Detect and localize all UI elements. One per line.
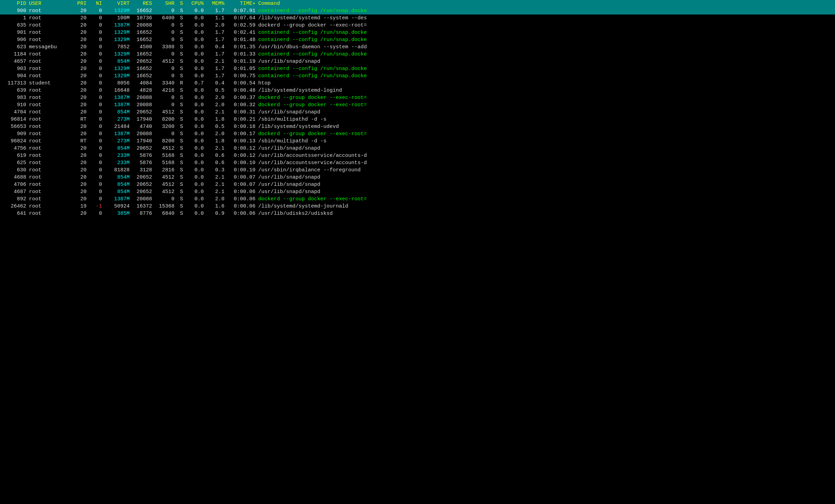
cell-pid: 901: [0, 29, 28, 36]
cell-user: root: [28, 210, 69, 217]
cell-command: /usr/lib/udisks2/udisksd: [257, 210, 835, 217]
col-ni: NI: [88, 0, 103, 7]
cell-time: 0:07.91: [226, 7, 257, 14]
cell-s: S: [176, 130, 184, 138]
cell-pid: 96824: [0, 138, 28, 145]
cell-pri: 20: [69, 174, 88, 181]
cell-shr: 4512: [153, 58, 176, 65]
cell-command: containerd --config /run/snap.docke: [257, 7, 835, 14]
cell-pid: 96814: [0, 116, 28, 123]
cell-shr: 0: [153, 29, 176, 36]
cell-user: root: [28, 36, 69, 43]
cell-user: root: [28, 116, 69, 123]
cell-res: 5876: [131, 152, 153, 159]
cell-res: 16652: [131, 29, 153, 36]
table-row[interactable]: 639 root 20 0 16648 4828 4216 S 0.0 0.5 …: [0, 87, 835, 94]
table-row[interactable]: 635 root 20 0 1387M 20088 0 S 0.0 2.0 0:…: [0, 22, 835, 29]
cell-user: root: [28, 145, 69, 152]
table-row[interactable]: 4688 root 20 0 854M 20652 4512 S 0.0 2.1…: [0, 174, 835, 181]
cell-ni: 0: [88, 138, 103, 145]
cell-s: S: [176, 72, 184, 80]
table-row[interactable]: 4756 root 20 0 854M 20652 4512 S 0.0 2.1…: [0, 145, 835, 152]
cell-command: /lib/systemd/systemd-udevd: [257, 123, 835, 130]
cell-res: 16652: [131, 36, 153, 43]
cell-cpu: 0.0: [184, 29, 205, 36]
cell-pid: 909: [0, 130, 28, 138]
cell-virt: 1387M: [103, 101, 131, 109]
cell-s: S: [176, 29, 184, 36]
cell-ni: 0: [88, 195, 103, 203]
cell-ni: 0: [88, 145, 103, 152]
cell-mem: 1.8: [205, 138, 226, 145]
cell-time: 0:01.19: [226, 58, 257, 65]
cell-time: 0:00.06: [226, 203, 257, 210]
cell-user: root: [28, 7, 69, 14]
cell-pri: 20: [69, 87, 88, 94]
table-row[interactable]: 96814 root RT 0 273M 17940 8200 S 0.0 1.…: [0, 116, 835, 123]
cell-ni: 0: [88, 65, 103, 72]
cell-ni: 0: [88, 130, 103, 138]
cell-cpu: 0.0: [184, 116, 205, 123]
table-row[interactable]: 1 root 20 0 100M 10736 6400 S 0.0 1.1 0:…: [0, 14, 835, 22]
cell-pri: 20: [69, 145, 88, 152]
cell-res: 20652: [131, 174, 153, 181]
cell-s: S: [176, 43, 184, 51]
cell-pid: 904: [0, 72, 28, 80]
table-row[interactable]: 641 root 20 0 385M 8776 6840 S 0.0 0.9 0…: [0, 210, 835, 217]
cell-pri: 20: [69, 94, 88, 101]
table-row[interactable]: 625 root 20 0 233M 5876 5168 S 0.0 0.6 0…: [0, 159, 835, 167]
table-row[interactable]: 4687 root 20 0 854M 20652 4512 S 0.0 2.1…: [0, 188, 835, 195]
table-row[interactable]: 900 root 20 0 1329M 16652 0 S 0.0 1.7 0:…: [0, 7, 835, 14]
cell-pri: 20: [69, 210, 88, 217]
table-row[interactable]: 117313 student 20 0 8056 4084 3340 R 0.7…: [0, 80, 835, 87]
cell-command: /usr/lib/snapd/snapd: [257, 188, 835, 195]
col-command: Command: [257, 0, 835, 7]
cell-ni: 0: [88, 22, 103, 29]
table-row[interactable]: 96824 root RT 0 273M 17940 8200 S 0.0 1.…: [0, 138, 835, 145]
table-row[interactable]: 904 root 20 0 1329M 16652 0 S 0.0 1.7 0:…: [0, 72, 835, 80]
cell-s: S: [176, 87, 184, 94]
cell-shr: 4512: [153, 109, 176, 116]
table-row[interactable]: 903 root 20 0 1329M 16652 0 S 0.0 1.7 0:…: [0, 65, 835, 72]
cell-cpu: 0.0: [184, 22, 205, 29]
cell-command: /usr/lib/snapd/snapd: [257, 109, 835, 116]
cell-virt: 233M: [103, 159, 131, 167]
table-row[interactable]: 909 root 20 0 1387M 20088 0 S 0.0 2.0 0:…: [0, 130, 835, 138]
table-row[interactable]: 623 messagebu 20 0 7852 4500 3388 S 0.0 …: [0, 43, 835, 51]
cell-virt: 273M: [103, 116, 131, 123]
cell-s: R: [176, 80, 184, 87]
cell-mem: 0.3: [205, 167, 226, 174]
cell-cpu: 0.0: [184, 14, 205, 22]
cell-res: 20652: [131, 109, 153, 116]
cell-virt: 1387M: [103, 94, 131, 101]
table-row[interactable]: 901 root 20 0 1329M 16652 0 S 0.0 1.7 0:…: [0, 29, 835, 36]
table-row[interactable]: 26462 root 19 -1 50924 16372 15368 S 0.0…: [0, 203, 835, 210]
cell-pri: 20: [69, 188, 88, 195]
cell-s: S: [176, 7, 184, 14]
table-row[interactable]: 630 root 20 0 81828 3128 2816 S 0.0 0.3 …: [0, 167, 835, 174]
table-row[interactable]: 4657 root 20 0 854M 20652 4512 S 0.0 2.1…: [0, 58, 835, 65]
cell-pid: 903: [0, 65, 28, 72]
cell-time: 0:01.33: [226, 51, 257, 58]
cell-ni: 0: [88, 29, 103, 36]
cell-res: 20652: [131, 145, 153, 152]
table-row[interactable]: 56653 root 20 0 21484 4740 3200 S 0.0 0.…: [0, 123, 835, 130]
table-row[interactable]: 619 root 20 0 233M 5876 5168 S 0.0 0.6 0…: [0, 152, 835, 159]
table-row[interactable]: 983 root 20 0 1387M 20088 0 S 0.0 2.0 0:…: [0, 94, 835, 101]
table-row[interactable]: 1184 root 20 0 1329M 16652 0 S 0.0 1.7 0…: [0, 51, 835, 58]
cell-command: /usr/lib/snapd/snapd: [257, 181, 835, 188]
table-row[interactable]: 4706 root 20 0 854M 20652 4512 S 0.0 2.1…: [0, 181, 835, 188]
table-row[interactable]: 906 root 20 0 1329M 16652 0 S 0.0 1.7 0:…: [0, 36, 835, 43]
table-row[interactable]: 910 root 20 0 1387M 20088 0 S 0.0 2.0 0:…: [0, 101, 835, 109]
cell-virt: 1329M: [103, 72, 131, 80]
cell-res: 16652: [131, 65, 153, 72]
cell-pri: 20: [69, 65, 88, 72]
cell-ni: 0: [88, 181, 103, 188]
cell-virt: 8056: [103, 80, 131, 87]
cell-command: /usr/lib/accountsservice/accounts-d: [257, 159, 835, 167]
cell-shr: 0: [153, 195, 176, 203]
table-row[interactable]: 4704 root 20 0 854M 20652 4512 S 0.0 2.1…: [0, 109, 835, 116]
cell-time: 0:02.41: [226, 29, 257, 36]
table-row[interactable]: 892 root 20 0 1387M 20088 0 S 0.0 2.0 0:…: [0, 195, 835, 203]
col-res: RES: [131, 0, 153, 7]
